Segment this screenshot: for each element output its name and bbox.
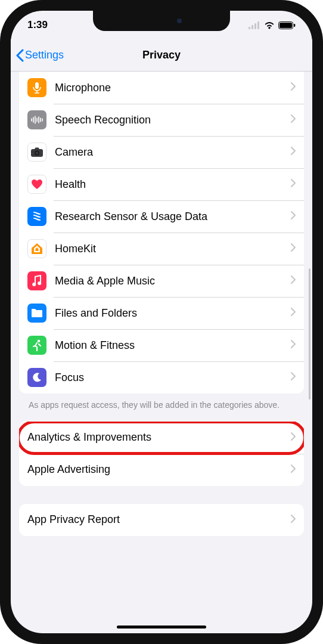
row-label: Speech Recognition (55, 114, 291, 126)
row-label: Analytics & Improvements (27, 431, 291, 444)
privacy-report-group: App Privacy Report (19, 504, 304, 536)
row-apple-advertising[interactable]: Apple Advertising (19, 454, 304, 486)
chevron-right-icon (291, 372, 296, 383)
row-microphone[interactable]: Microphone (19, 72, 304, 104)
chevron-right-icon (291, 82, 296, 93)
folder-icon (27, 304, 46, 323)
row-motion-fitness[interactable]: Motion & Fitness (19, 329, 304, 361)
row-homekit[interactable]: HomeKit (19, 233, 304, 265)
chevron-right-icon (291, 114, 296, 125)
row-speech-recognition[interactable]: Speech Recognition (19, 104, 304, 136)
row-label: Media & Apple Music (55, 275, 291, 287)
front-camera-dot (177, 18, 182, 23)
back-label: Settings (25, 49, 64, 61)
row-label: Motion & Fitness (55, 339, 291, 352)
row-label: Files and Folders (55, 307, 291, 320)
svg-point-23 (38, 340, 41, 343)
row-focus[interactable]: Focus (19, 361, 304, 394)
cellular-icon (249, 21, 260, 29)
home-indicator[interactable] (117, 626, 206, 628)
row-files-folders[interactable]: Files and Folders (19, 297, 304, 329)
row-research-sensor[interactable]: Research Sensor & Usage Data (19, 200, 304, 233)
screen: 1:39 Settings Privacy (11, 11, 312, 633)
row-label: Microphone (55, 82, 291, 94)
back-button[interactable]: Settings (11, 49, 64, 62)
device-frame: 1:39 Settings Privacy (0, 0, 323, 644)
svg-rect-3 (257, 21, 259, 29)
chevron-right-icon (291, 147, 296, 157)
svg-point-19 (36, 151, 39, 154)
notch (93, 11, 230, 31)
chevron-right-icon (291, 515, 296, 525)
privacy-services-group: Microphone Speech Recognition Camera (19, 72, 304, 394)
battery-icon (278, 21, 296, 29)
speech-icon (27, 110, 46, 129)
chevron-right-icon (291, 340, 296, 351)
chevron-right-icon (291, 211, 296, 222)
health-icon (27, 175, 46, 194)
chevron-right-icon (291, 432, 296, 443)
svg-rect-1 (251, 25, 253, 29)
research-icon (27, 207, 46, 226)
analytics-group: Analytics & Improvements Apple Advertisi… (19, 422, 304, 486)
focus-icon (27, 368, 46, 387)
chevron-right-icon (291, 275, 296, 286)
row-label: App Privacy Report (27, 513, 291, 526)
row-media-music[interactable]: Media & Apple Music (19, 265, 304, 297)
chevron-right-icon (291, 243, 296, 254)
row-app-privacy-report[interactable]: App Privacy Report (19, 504, 304, 536)
chevron-left-icon (15, 49, 24, 62)
row-camera[interactable]: Camera (19, 136, 304, 168)
scroll-indicator[interactable] (309, 268, 310, 400)
chevron-right-icon (291, 465, 296, 475)
camera-icon (27, 143, 46, 162)
settings-content[interactable]: Microphone Speech Recognition Camera (11, 72, 312, 633)
row-label: HomeKit (55, 243, 291, 255)
svg-point-21 (38, 281, 41, 285)
nav-bar: Settings Privacy (11, 39, 312, 72)
volume-up-button (0, 137, 1, 179)
svg-rect-5 (279, 23, 292, 28)
row-label: Research Sensor & Usage Data (55, 210, 291, 223)
svg-rect-0 (249, 27, 250, 29)
music-icon (27, 271, 46, 290)
status-time: 1:39 (27, 19, 48, 31)
group-footer-text: As apps request access, they will be add… (19, 394, 304, 414)
row-health[interactable]: Health (19, 168, 304, 200)
chevron-right-icon (291, 308, 296, 318)
row-label: Focus (55, 371, 291, 384)
chevron-right-icon (291, 179, 296, 190)
fitness-icon (27, 336, 46, 355)
volume-down-button (0, 188, 1, 230)
row-label: Apple Advertising (27, 463, 291, 476)
svg-rect-7 (35, 82, 39, 89)
svg-rect-2 (254, 23, 256, 29)
row-label: Health (55, 178, 291, 191)
svg-rect-6 (294, 24, 295, 27)
mute-switch (0, 95, 1, 118)
microphone-icon (27, 78, 46, 97)
row-analytics-improvements[interactable]: Analytics & Improvements (19, 422, 304, 454)
wifi-icon (264, 21, 275, 29)
homekit-icon (27, 239, 46, 258)
row-label: Camera (55, 146, 291, 159)
